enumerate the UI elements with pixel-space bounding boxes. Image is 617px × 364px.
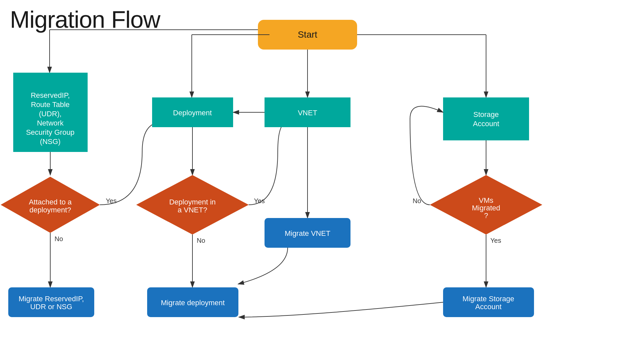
svg-text:VNET: VNET xyxy=(298,109,317,117)
svg-text:(UDR),: (UDR), xyxy=(39,110,62,118)
flowchart: Start ReservedIP, Route Table (UDR), Net… xyxy=(0,0,617,364)
svg-text:Migrate Storage: Migrate Storage xyxy=(463,295,514,303)
start-label: Start xyxy=(298,29,317,40)
svg-text:Deployment: Deployment xyxy=(173,109,212,117)
yes-label-vms: Yes xyxy=(490,237,501,244)
arrow-vms-no xyxy=(410,106,443,205)
svg-text:UDR or NSG: UDR or NSG xyxy=(30,303,72,311)
svg-text:Migrate VNET: Migrate VNET xyxy=(285,229,330,237)
svg-text:ReservedIP,: ReservedIP, xyxy=(31,91,70,99)
svg-text:?: ? xyxy=(484,211,488,220)
arrow-attached-yes xyxy=(100,122,162,205)
no-label-deployment: No xyxy=(197,237,205,244)
svg-text:(NSG): (NSG) xyxy=(40,137,61,146)
no-label-attached: No xyxy=(55,235,63,242)
arrow-deployment-yes xyxy=(249,122,288,205)
svg-text:Migrate ReservedIP,: Migrate ReservedIP, xyxy=(19,295,84,303)
svg-text:Account: Account xyxy=(473,120,499,128)
svg-text:Attached to a: Attached to a xyxy=(29,198,72,206)
svg-text:Account: Account xyxy=(475,303,502,311)
svg-text:VMs: VMs xyxy=(479,196,493,204)
svg-text:Migrated: Migrated xyxy=(472,204,500,212)
svg-text:Network: Network xyxy=(37,119,64,127)
svg-text:a VNET?: a VNET? xyxy=(178,206,207,214)
yes-label-deployment: Yes xyxy=(254,197,265,204)
no-label-vms: No xyxy=(413,197,421,204)
svg-text:Migrate deployment: Migrate deployment xyxy=(161,299,225,307)
storage-account-node xyxy=(443,97,529,140)
arrow-migratevnet-migratedeployment xyxy=(238,248,288,284)
svg-text:Storage: Storage xyxy=(473,110,499,119)
svg-text:Route Table: Route Table xyxy=(31,100,69,109)
arrow-migratestorage-migratedeployment xyxy=(239,302,443,317)
svg-text:Deployment in: Deployment in xyxy=(169,198,216,206)
svg-text:deployment?: deployment? xyxy=(29,206,71,214)
svg-text:Security Group: Security Group xyxy=(26,128,75,136)
